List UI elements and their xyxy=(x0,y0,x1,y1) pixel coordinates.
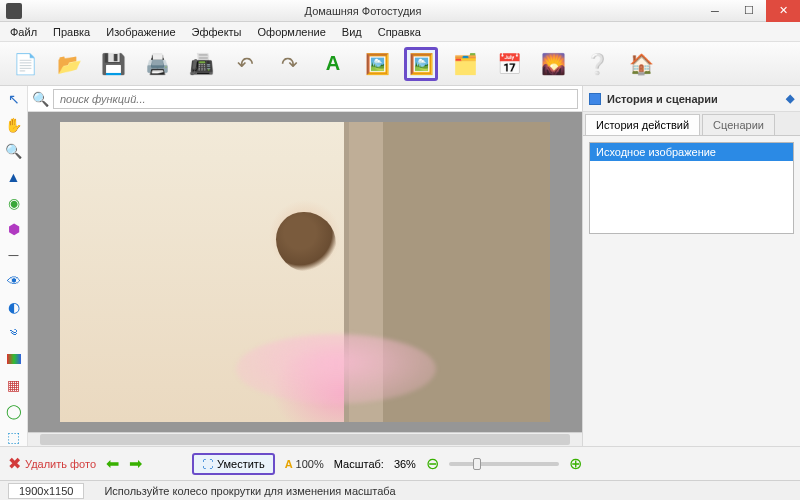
delete-photo-button[interactable]: ✖ Удалить фото xyxy=(8,454,96,473)
zoom-slider[interactable] xyxy=(449,462,559,466)
text-icon[interactable]: A xyxy=(316,47,350,81)
collapse-icon[interactable]: ◆ xyxy=(786,92,794,105)
delete-label: Удалить фото xyxy=(25,458,96,470)
window-title: Домашняя Фотостудия xyxy=(28,5,698,17)
menu-help[interactable]: Справка xyxy=(372,24,427,40)
search-icon: 🔍 xyxy=(32,91,49,107)
overlay-icon[interactable]: 🖼️ xyxy=(360,47,394,81)
stamp-icon[interactable]: ⬢ xyxy=(5,220,23,238)
scale-value: 36% xyxy=(394,458,416,470)
layers-icon[interactable]: ▦ xyxy=(5,376,23,394)
menu-bar: Файл Правка Изображение Эффекты Оформлен… xyxy=(0,22,800,42)
zoom-100-label: 100% xyxy=(296,458,324,470)
delete-icon: ✖ xyxy=(8,454,21,473)
image-preview xyxy=(60,122,550,422)
menu-image[interactable]: Изображение xyxy=(100,24,181,40)
open-icon[interactable]: 📂 xyxy=(52,47,86,81)
paint-icon[interactable]: ▲ xyxy=(5,168,23,186)
frame-icon[interactable]: 🗂️ xyxy=(448,47,482,81)
fit-icon: ⛶ xyxy=(202,458,213,470)
calendar-icon[interactable]: 📅 xyxy=(492,47,526,81)
zoom-out-button[interactable]: ⊖ xyxy=(426,454,439,473)
hand-icon[interactable]: ✋ xyxy=(5,116,23,134)
crop-icon[interactable]: ⬚ xyxy=(5,428,23,446)
search-input[interactable] xyxy=(53,89,578,109)
save-icon[interactable]: 💾 xyxy=(96,47,130,81)
scale-label: Масштаб: xyxy=(334,458,384,470)
menu-file[interactable]: Файл xyxy=(4,24,43,40)
close-button[interactable] xyxy=(766,0,800,22)
minimize-button[interactable] xyxy=(698,0,732,22)
next-button[interactable]: ➡ xyxy=(129,454,142,473)
menu-view[interactable]: Вид xyxy=(336,24,368,40)
print-icon[interactable]: 🖨️ xyxy=(140,47,174,81)
help-icon[interactable]: ❔ xyxy=(580,47,614,81)
export-image-icon[interactable]: 🌄 xyxy=(536,47,570,81)
menu-edit[interactable]: Правка xyxy=(47,24,96,40)
tab-scenarios[interactable]: Сценарии xyxy=(702,114,775,135)
home-icon[interactable]: 🏠 xyxy=(624,47,658,81)
image-dimensions: 1900x1150 xyxy=(8,483,84,499)
zoom-icon[interactable]: 🔍 xyxy=(5,142,23,160)
tab-history[interactable]: История действий xyxy=(585,114,700,135)
new-image-icon[interactable]: 📄 xyxy=(8,47,42,81)
history-item[interactable]: Исходное изображение xyxy=(590,143,793,161)
zoom-in-button[interactable]: ⊕ xyxy=(569,454,582,473)
panel-title: История и сценарии xyxy=(607,93,718,105)
maximize-button[interactable] xyxy=(732,0,766,22)
prev-button[interactable]: ⬅ xyxy=(106,454,119,473)
horizontal-scrollbar[interactable] xyxy=(28,432,582,446)
zoom-100-button[interactable]: A 100% xyxy=(285,458,324,470)
swirl-icon[interactable]: ༄ xyxy=(5,324,23,342)
eyedropper-icon[interactable]: ◉ xyxy=(5,194,23,212)
menu-decoration[interactable]: Оформление xyxy=(252,24,332,40)
tool-sidebar: ↖ ✋ 🔍 ▲ ◉ ⬢ ─ 👁 ◐ ༄ ▦ ◯ ⬚ xyxy=(0,86,28,446)
scan-icon[interactable]: 📠 xyxy=(184,47,218,81)
line-icon[interactable]: ─ xyxy=(5,246,23,264)
selection-icon[interactable]: ◯ xyxy=(5,402,23,420)
main-toolbar: 📄 📂 💾 🖨️ 📠 ↶ ↷ A 🖼️ 🖼️ 🗂️ 📅 🌄 ❔ 🏠 xyxy=(0,42,800,86)
contrast-icon[interactable]: ◐ xyxy=(5,298,23,316)
history-list[interactable]: Исходное изображение xyxy=(589,142,794,234)
bottom-bar: ✖ Удалить фото ⬅ ➡ ⛶ Уместить A 100% Мас… xyxy=(0,446,800,480)
redo-icon[interactable]: ↷ xyxy=(272,47,306,81)
fit-button[interactable]: ⛶ Уместить xyxy=(192,453,275,475)
menu-effects[interactable]: Эффекты xyxy=(186,24,248,40)
crop-highlight-icon[interactable]: 🖼️ xyxy=(404,47,438,81)
fit-label: Уместить xyxy=(217,458,265,470)
levels-icon[interactable] xyxy=(5,350,23,368)
canvas-area[interactable] xyxy=(28,112,582,432)
status-hint: Используйте колесо прокрутки для изменен… xyxy=(104,485,395,497)
right-panel: История и сценарии ◆ История действий Сц… xyxy=(582,86,800,446)
status-bar: 1900x1150 Используйте колесо прокрутки д… xyxy=(0,480,800,500)
undo-icon[interactable]: ↶ xyxy=(228,47,262,81)
pointer-icon[interactable]: ↖ xyxy=(5,90,23,108)
app-icon xyxy=(6,3,22,19)
panel-icon xyxy=(589,93,601,105)
eye-icon[interactable]: 👁 xyxy=(5,272,23,290)
